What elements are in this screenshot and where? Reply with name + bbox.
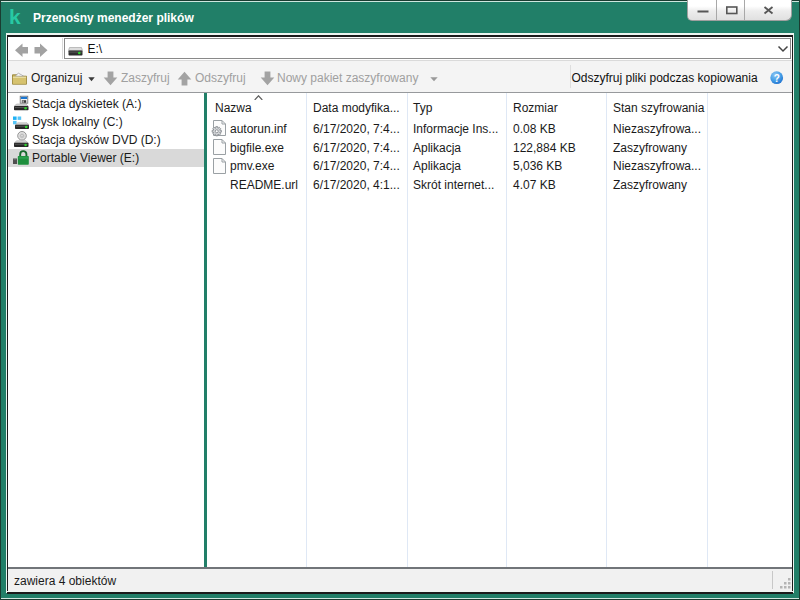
svg-text:?: ? xyxy=(774,72,780,83)
